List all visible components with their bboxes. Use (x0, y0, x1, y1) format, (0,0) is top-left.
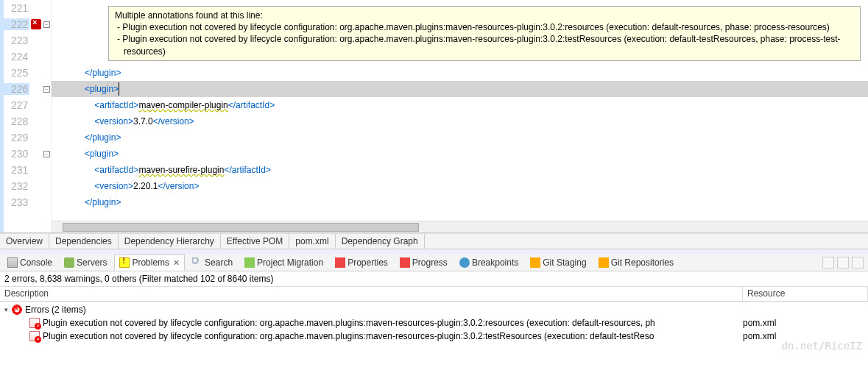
view-migration[interactable]: Project Migration (240, 255, 328, 270)
view-git-repos[interactable]: Git Repositories (594, 255, 678, 270)
xml-error-icon (29, 318, 40, 328)
migrate-icon (244, 257, 255, 268)
gutter: 221 222− 223 224 225 226− 227 228 229 23… (0, 0, 52, 232)
tab-overview[interactable]: Overview (0, 234, 49, 249)
fold-minus-icon[interactable]: − (43, 21, 50, 28)
xml-error-icon (29, 331, 40, 341)
code-container: 221 222− 223 224 225 226− 227 228 229 23… (0, 0, 868, 232)
errors-group[interactable]: ▾ Errors (2 items) (0, 303, 868, 316)
editor-area: 221 222− 223 224 225 226− 227 228 229 23… (0, 0, 868, 233)
col-description[interactable]: Description (0, 287, 743, 301)
views-tabs: Console Servers Problems✕ Search Project… (0, 254, 868, 271)
tooltip-item: - Plugin execution not covered by lifecy… (115, 33, 854, 57)
tab-dependencies[interactable]: Dependencies (49, 234, 119, 249)
fold-minus-icon[interactable]: − (43, 86, 50, 93)
problems-icon (119, 257, 130, 268)
problems-filter-status: 2 errors, 8,638 warnings, 0 others (Filt… (0, 271, 868, 287)
error-group-icon (12, 305, 22, 315)
fold-minus-icon[interactable]: − (43, 151, 50, 157)
tooltip-title: Multiple annotations found at this line: (115, 10, 854, 21)
error-tooltip: Multiple annotations found at this line:… (108, 6, 861, 61)
minimize-button[interactable] (837, 257, 849, 268)
git-repos-icon (599, 257, 609, 268)
editor-tabs: Overview Dependencies Dependency Hierarc… (0, 233, 868, 249)
view-problems[interactable]: Problems✕ (114, 255, 185, 271)
view-toolbar (822, 257, 864, 268)
maximize-button[interactable] (852, 257, 864, 268)
view-console[interactable]: Console (3, 255, 57, 270)
tab-effective-pom[interactable]: Effective POM (221, 234, 289, 249)
breakpoints-icon (459, 257, 470, 268)
tab-dep-graph[interactable]: Dependency Graph (336, 234, 425, 249)
git-staging-icon (530, 257, 540, 268)
view-progress[interactable]: Progress (395, 255, 452, 270)
problems-tree: ▾ Errors (2 items) Plugin execution not … (0, 302, 868, 344)
tooltip-item: - Plugin execution not covered by lifecy… (115, 21, 854, 33)
problem-item[interactable]: Plugin execution not covered by lifecycl… (0, 330, 868, 343)
tab-pom-xml[interactable]: pom.xml (289, 234, 335, 249)
progress-icon (400, 257, 410, 268)
problem-item[interactable]: Plugin execution not covered by lifecycl… (0, 316, 868, 330)
view-servers[interactable]: Servers (60, 255, 111, 270)
console-icon (7, 257, 18, 268)
search-icon (192, 257, 202, 268)
problems-header: Description Resource (0, 287, 868, 302)
code-editor[interactable]: </plugin> <plugin> <artifactId>maven-com… (52, 0, 868, 232)
close-icon[interactable]: ✕ (173, 258, 180, 268)
view-menu-button[interactable] (822, 257, 834, 268)
expand-caret-icon[interactable]: ▾ (4, 306, 12, 313)
horizontal-scrollbar[interactable] (52, 221, 868, 232)
view-git-staging[interactable]: Git Staging (526, 255, 590, 270)
error-marker-icon[interactable] (31, 19, 41, 29)
col-resource[interactable]: Resource (743, 287, 868, 301)
view-breakpoints[interactable]: Breakpoints (455, 255, 523, 270)
properties-icon (335, 257, 345, 268)
view-properties[interactable]: Properties (331, 255, 392, 270)
tab-dep-hierarchy[interactable]: Dependency Hierarchy (119, 234, 221, 249)
servers-icon (64, 257, 74, 268)
problems-panel: 2 errors, 8,638 warnings, 0 others (Filt… (0, 271, 868, 344)
view-search[interactable]: Search (188, 255, 237, 270)
